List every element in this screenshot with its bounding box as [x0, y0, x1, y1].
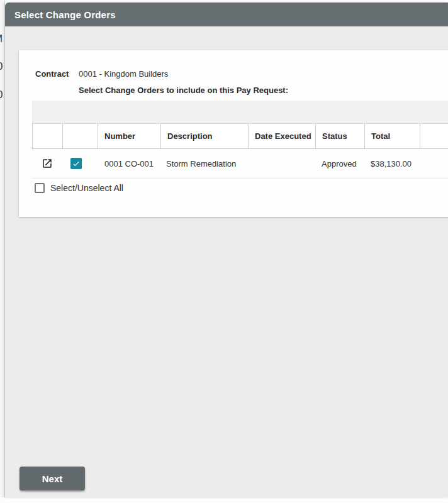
screen: M 0 0 Select Change Orders Contract 0001… [0, 0, 448, 503]
table-header-row: Number Description Date Executed Status … [32, 123, 448, 149]
next-button[interactable]: Next [20, 467, 85, 490]
contract-value: 0001 - Kingdom Builders [79, 69, 168, 79]
dialog-body: Contract 0001 - Kingdom Builders Select … [5, 26, 448, 497]
column-header-select [63, 124, 98, 148]
row-number: 0001 CO-001 [98, 159, 160, 169]
check-icon [72, 159, 81, 168]
row-status: Approved [315, 159, 364, 169]
column-header-date-executed: Date Executed [249, 124, 316, 148]
select-change-orders-dialog: Select Change Orders Contract 0001 - Kin… [5, 3, 448, 497]
instruction-text: Select Change Orders to include on this … [79, 86, 288, 95]
change-orders-card: Contract 0001 - Kingdom Builders Select … [19, 50, 448, 217]
column-header-description: Description [161, 124, 249, 148]
background-text-fragment: 0 [0, 89, 3, 101]
dialog-header: Select Change Orders [5, 3, 448, 26]
change-orders-table: Number Description Date Executed Status … [32, 101, 448, 179]
column-header-total: Total [365, 124, 420, 148]
select-all-label: Select/Unselect All [50, 183, 123, 193]
background-text-fragment: 0 [0, 60, 3, 73]
select-all-control: Select/Unselect All [35, 183, 123, 193]
column-header-number: Number [98, 124, 161, 148]
background-page-sliver: M 0 0 [0, 0, 5, 497]
open-in-new-icon[interactable] [42, 158, 53, 169]
row-select-cell [62, 158, 98, 169]
dialog-title: Select Change Orders [14, 9, 116, 20]
column-header-status: Status [316, 124, 365, 148]
background-text-fragment: M [0, 33, 3, 45]
column-header-spacer [420, 124, 448, 148]
row-description: Storm Remediation [160, 159, 248, 169]
contract-label: Contract [35, 69, 69, 79]
row-open-cell [32, 158, 62, 169]
table-row: 0001 CO-001 Storm Remediation Approved $… [32, 149, 448, 179]
table-toolbar-band [32, 101, 448, 123]
select-all-checkbox[interactable] [35, 183, 45, 193]
column-header-open [33, 124, 63, 148]
row-total: $38,130.00 [364, 159, 420, 169]
row-checkbox-checked[interactable] [70, 158, 82, 169]
